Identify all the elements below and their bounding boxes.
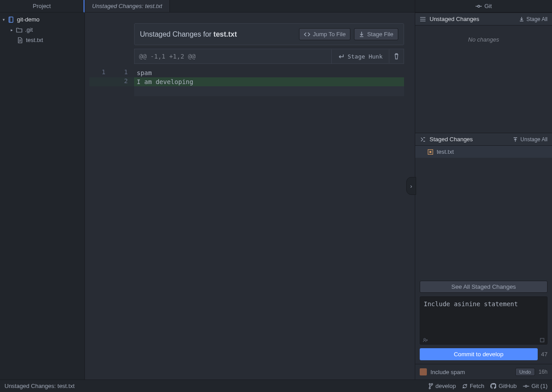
tab-label: Unstaged Changes: test.txt	[92, 3, 162, 9]
staged-file-row[interactable]: test.txt	[415, 146, 552, 158]
stage-all-button[interactable]: Stage All	[519, 16, 548, 22]
svg-point-17	[429, 388, 430, 389]
git-commit-icon	[476, 4, 482, 8]
project-title: Project	[33, 3, 51, 9]
git-panel: › Git Unstaged Changes Stage All No chan…	[415, 0, 552, 379]
tree-item-file[interactable]: test.txt	[0, 35, 84, 45]
sync-icon	[462, 384, 468, 389]
jump-to-file-button[interactable]: Jump To File	[299, 28, 350, 40]
status-branch[interactable]: develop	[429, 383, 456, 389]
commit-message-input[interactable]: Include asinine statement	[420, 297, 547, 344]
diff-lines: 1 1 spam 2 I am developing	[134, 68, 404, 96]
branch-icon	[429, 383, 433, 389]
file-tree: ▾ git-demo ▸ .git test.txt	[0, 13, 84, 47]
line-number-new: 2	[112, 77, 134, 86]
svg-point-16	[431, 384, 433, 385]
tab-bar: Unstaged Changes: test.txt	[85, 0, 415, 13]
unstage-all-button[interactable]: Unstage All	[513, 136, 548, 143]
file-icon	[17, 37, 23, 43]
staged-file-name: test.txt	[437, 148, 454, 155]
avatar	[420, 368, 427, 375]
staged-title: Staged Changes	[430, 136, 473, 143]
upload-icon	[513, 137, 518, 142]
chevron-down-icon: ▾	[3, 17, 7, 22]
svg-point-11	[424, 338, 426, 340]
folder-icon	[16, 27, 22, 33]
svg-rect-0	[9, 17, 13, 22]
commit-char-counter: 47	[541, 351, 548, 358]
diff-container: Unstaged Changes for test.txt Jump To Fi…	[134, 23, 404, 96]
svg-point-18	[525, 385, 527, 387]
add-coauthor-icon[interactable]	[423, 338, 428, 342]
undo-button[interactable]: Undo	[515, 368, 535, 376]
status-bar: Unstaged Changes: test.txt develop Fetch…	[0, 379, 552, 392]
editor-pane: Unstaged Changes for test.txt Jump To Fi…	[85, 13, 415, 379]
chevron-right-icon: ▸	[11, 28, 15, 32]
enter-icon	[338, 54, 344, 59]
tab-unstaged[interactable]: Unstaged Changes: test.txt	[85, 0, 170, 12]
staged-section-header: Staged Changes Unstage All	[415, 133, 552, 146]
code-icon	[304, 32, 310, 37]
download-icon	[519, 17, 524, 22]
line-content: spam	[134, 68, 404, 77]
github-icon	[490, 383, 496, 389]
download-icon	[359, 31, 364, 38]
diff-line-trailing	[89, 86, 404, 96]
line-number-old: 1	[89, 68, 112, 77]
recent-commit-row[interactable]: Include spam Undo 16h	[415, 364, 552, 379]
hunk-range: @@ -1,1 +1,2 @@	[135, 49, 331, 63]
status-fetch[interactable]: Fetch	[462, 383, 485, 389]
list-icon	[420, 17, 426, 22]
project-header[interactable]: Project	[0, 0, 84, 13]
tree-root-label: git-demo	[17, 16, 40, 23]
hunk-header: @@ -1,1 +1,2 @@ Stage Hunk	[134, 49, 404, 64]
line-number-old	[89, 77, 112, 86]
status-github[interactable]: GitHub	[490, 383, 516, 389]
project-sidebar: Project ▾ git-demo ▸ .git te	[0, 0, 85, 379]
chevron-right-icon: ›	[410, 183, 412, 190]
diff-icon	[420, 137, 426, 142]
recent-commit-time: 16h	[539, 369, 548, 375]
editor-area: Unstaged Changes: test.txt Unstaged Chan…	[85, 0, 415, 379]
trash-icon	[394, 53, 399, 59]
unstaged-title: Unstaged Changes	[430, 16, 479, 22]
tree-item-git[interactable]: ▸ .git	[0, 25, 84, 35]
svg-point-15	[429, 384, 430, 385]
see-all-staged-button[interactable]: See All Staged Changes	[420, 281, 548, 293]
git-commit-icon	[523, 384, 529, 388]
stage-file-button[interactable]: Stage File	[354, 28, 398, 40]
diff-line[interactable]: 1 1 spam	[89, 68, 404, 77]
git-tab[interactable]: Git	[415, 0, 552, 13]
stage-hunk-button[interactable]: Stage Hunk	[331, 50, 389, 63]
tree-item-label: .git	[25, 26, 33, 33]
modified-icon	[428, 149, 433, 155]
tree-root[interactable]: ▾ git-demo	[0, 14, 84, 25]
staged-body: test.txt	[415, 146, 552, 277]
collapse-git-panel-button[interactable]: ›	[406, 177, 416, 195]
diff-title: Unstaged Changes for test.txt	[140, 30, 295, 38]
diff-line-added[interactable]: 2 I am developing	[89, 77, 404, 86]
svg-point-5	[477, 5, 479, 7]
commit-message-box: Include asinine statement	[420, 296, 548, 345]
unstaged-section-header: Unstaged Changes Stage All	[415, 13, 552, 25]
expand-icon[interactable]	[540, 338, 544, 342]
discard-hunk-button[interactable]	[389, 50, 404, 63]
line-content: I am developing	[134, 77, 404, 86]
tree-item-label: test.txt	[26, 37, 43, 43]
unstaged-empty: No changes	[415, 25, 552, 133]
recent-commit-message: Include spam	[430, 369, 512, 375]
line-number-new: 1	[112, 68, 134, 77]
svg-rect-14	[540, 338, 544, 342]
repo-icon	[8, 17, 14, 23]
git-tab-label: Git	[485, 3, 492, 9]
status-left: Unstaged Changes: test.txt	[4, 383, 422, 389]
diff-header: Unstaged Changes for test.txt Jump To Fi…	[134, 23, 404, 45]
status-git[interactable]: Git (1)	[523, 383, 548, 389]
commit-button[interactable]: Commit to develop	[420, 348, 538, 360]
